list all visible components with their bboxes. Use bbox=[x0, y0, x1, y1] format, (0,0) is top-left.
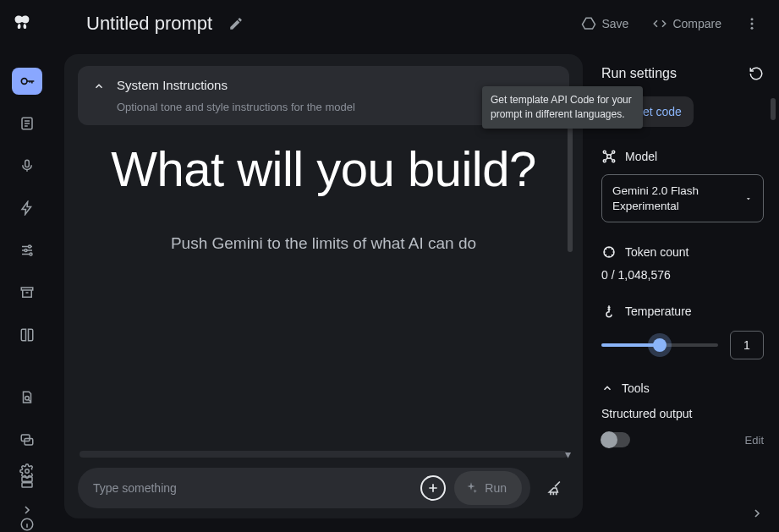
hero-subtitle: Push Gemini to the limits of what AI can… bbox=[171, 234, 476, 253]
archive-icon bbox=[19, 285, 35, 300]
token-icon bbox=[601, 244, 617, 260]
slider-fill bbox=[601, 343, 660, 347]
refresh-icon bbox=[749, 66, 764, 81]
tools-label: Tools bbox=[622, 381, 650, 395]
compare-label: Compare bbox=[672, 17, 721, 30]
tune-icon bbox=[19, 243, 35, 258]
svg-point-6 bbox=[29, 245, 31, 248]
notes-icon bbox=[19, 116, 35, 131]
rail-expand-button[interactable] bbox=[12, 496, 42, 524]
svg-point-18 bbox=[603, 151, 606, 153]
svg-point-19 bbox=[612, 151, 615, 153]
nav-bolt-item[interactable] bbox=[12, 195, 42, 222]
hero-title: What will you build? bbox=[111, 142, 536, 197]
compare-icon bbox=[652, 16, 667, 31]
scrollbar-thumb[interactable] bbox=[568, 125, 573, 252]
app-logo[interactable] bbox=[10, 12, 34, 36]
nav-notes-item[interactable] bbox=[12, 110, 42, 137]
svg-point-0 bbox=[751, 18, 754, 20]
temperature-label: Temperature bbox=[625, 304, 692, 318]
model-selector[interactable]: Gemini 2.0 Flash Experimental bbox=[601, 174, 764, 222]
mic-icon bbox=[19, 158, 35, 173]
page-title: Untitled prompt bbox=[86, 13, 212, 35]
main-panel: System Instructions Optional tone and st… bbox=[54, 47, 583, 532]
collapse-toggle[interactable] bbox=[93, 80, 105, 92]
prompt-input[interactable]: Type something Run bbox=[78, 468, 530, 508]
thermometer-icon bbox=[601, 304, 617, 319]
right-panel-collapse[interactable] bbox=[750, 507, 764, 520]
svg-point-8 bbox=[30, 253, 32, 255]
temperature-slider[interactable] bbox=[601, 343, 718, 347]
hero-area: What will you build? Push Gemini to the … bbox=[78, 125, 569, 444]
system-instructions-subtitle: Optional tone and style instructions for… bbox=[117, 101, 355, 113]
svg-point-16 bbox=[25, 469, 30, 474]
svg-point-3 bbox=[21, 79, 27, 85]
scrollbar-thumb[interactable] bbox=[771, 98, 776, 120]
svg-point-1 bbox=[751, 23, 754, 25]
chevron-up-icon bbox=[93, 80, 105, 92]
run-settings-title: Run settings bbox=[601, 66, 677, 81]
nav-settings-item[interactable] bbox=[12, 458, 42, 485]
nav-archive-item[interactable] bbox=[12, 279, 42, 306]
add-attachment-button[interactable] bbox=[420, 475, 446, 501]
more-menu-button[interactable] bbox=[738, 10, 765, 37]
token-count-value: 0 / 1,048,576 bbox=[601, 268, 764, 282]
caret-down-icon bbox=[744, 194, 753, 204]
tooltip-text: Get template API Code for your prompt in… bbox=[491, 94, 632, 120]
chevron-up-icon[interactable] bbox=[601, 382, 613, 394]
structured-output-edit[interactable]: Edit bbox=[745, 434, 764, 447]
model-value: Gemini 2.0 Flash Experimental bbox=[612, 184, 738, 213]
left-nav-rail bbox=[0, 47, 54, 532]
clean-button[interactable] bbox=[540, 480, 569, 496]
token-count-label: Token count bbox=[625, 245, 689, 259]
bolt-icon bbox=[19, 200, 35, 216]
svg-point-22 bbox=[604, 247, 614, 257]
structured-output-toggle[interactable] bbox=[601, 432, 630, 447]
kebab-icon bbox=[744, 16, 760, 31]
nav-book-item[interactable] bbox=[12, 321, 42, 348]
temperature-value[interactable]: 1 bbox=[730, 331, 764, 359]
plus-icon bbox=[426, 481, 440, 495]
reset-button[interactable] bbox=[749, 66, 764, 81]
nav-tune-item[interactable] bbox=[12, 237, 42, 264]
broom-icon bbox=[546, 480, 563, 496]
run-label: Run bbox=[485, 481, 507, 495]
chevron-right-icon bbox=[20, 503, 34, 517]
chevron-down-icon[interactable]: ▾ bbox=[565, 447, 571, 461]
run-button[interactable]: Run bbox=[454, 471, 522, 505]
nav-mic-item[interactable] bbox=[12, 152, 42, 179]
nav-key-item[interactable] bbox=[12, 68, 42, 95]
app-header: Untitled prompt Save Compare bbox=[0, 0, 779, 47]
svg-point-20 bbox=[603, 160, 606, 162]
system-instructions-title: System Instructions bbox=[117, 78, 355, 92]
slider-thumb[interactable] bbox=[653, 338, 667, 352]
chevron-right-icon bbox=[750, 507, 764, 520]
gear-icon bbox=[19, 463, 35, 479]
getcode-tooltip: Get template API Code for your prompt in… bbox=[482, 86, 643, 129]
drive-icon bbox=[581, 16, 596, 31]
svg-rect-9 bbox=[21, 288, 33, 290]
toggle-knob bbox=[601, 431, 617, 448]
svg-point-21 bbox=[612, 160, 615, 162]
model-icon bbox=[601, 149, 617, 164]
key-icon bbox=[19, 73, 36, 90]
prompt-placeholder: Type something bbox=[93, 481, 412, 495]
book-icon bbox=[19, 327, 35, 343]
save-label: Save bbox=[601, 17, 628, 30]
svg-point-2 bbox=[751, 27, 754, 30]
butterfly-icon bbox=[12, 14, 32, 34]
svg-point-7 bbox=[25, 250, 27, 252]
chats-icon bbox=[19, 432, 35, 447]
divider-bar: ▾ bbox=[80, 451, 568, 458]
edit-title-button[interactable] bbox=[222, 10, 250, 37]
compare-button[interactable]: Compare bbox=[645, 11, 728, 36]
sparkle-icon bbox=[464, 481, 478, 495]
nav-doc-search-item[interactable] bbox=[12, 384, 42, 411]
save-button[interactable]: Save bbox=[574, 11, 635, 36]
svg-rect-5 bbox=[25, 160, 30, 167]
model-label: Model bbox=[625, 150, 657, 163]
doc-search-icon bbox=[19, 390, 35, 405]
pencil-icon bbox=[228, 16, 244, 31]
nav-chats-item[interactable] bbox=[12, 426, 42, 453]
structured-output-label: Structured output bbox=[601, 407, 764, 420]
